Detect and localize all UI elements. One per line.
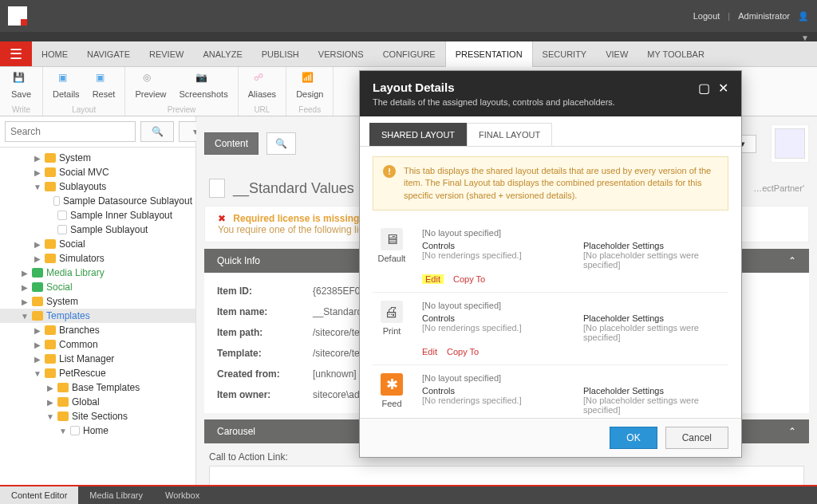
tree-item-list-manager[interactable]: ▶List Manager [0,352,195,366]
hamburger-menu[interactable]: ☰ [0,41,32,66]
info-banner: ! This tab displays the shared layout de… [373,156,728,211]
tab-view[interactable]: VIEW [596,41,637,67]
ribbon-group-layout: Layout [43,105,124,114]
banner-text: This tab displays the shared layout deta… [404,165,718,202]
screenshots-button[interactable]: 📷 Screenshots [176,70,231,100]
tree-item-social[interactable]: ▶Social [0,280,195,294]
tree-item-system[interactable]: ▶System [0,294,195,309]
user-icon[interactable]: 👤 [798,11,809,22]
screenshots-label: Screenshots [180,89,228,99]
warn-title: Required license is missing. [233,213,361,224]
preview-icon: ◎ [143,72,159,88]
sidebar: 🔍 ▾ ▶System▶Social MVC▼SublayoutsSample … [0,116,196,485]
tree-item-petrescue[interactable]: ▼PetRescue [0,366,195,380]
search-button[interactable]: 🔍 [140,121,174,142]
app-logo[interactable] [8,6,27,26]
tab-analyze[interactable]: ANALYZE [193,41,251,67]
tree-item-media-library[interactable]: ▶Media Library [0,266,195,280]
details-label: Details [53,89,80,99]
rss-icon: 📶 [302,72,318,88]
tab-home[interactable]: HOME [32,41,77,67]
tab-versions[interactable]: VERSIONS [309,41,373,67]
design-label: Design [296,89,323,99]
copyto-link[interactable]: Copy To [453,274,485,284]
tab-navigate[interactable]: NAVIGATE [77,41,140,67]
tab-configure[interactable]: CONFIGURE [373,41,445,67]
camera-icon: 📷 [195,72,211,88]
tree-item-simulators[interactable]: ▶Simulators [0,251,195,266]
tree-item-home[interactable]: ▼Home [0,423,195,438]
logout-link[interactable]: Logout [693,11,720,21]
ribbon-group-url: URL [239,105,286,114]
tree-item-templates[interactable]: ▼Templates [0,309,195,323]
tree-item-site-sections[interactable]: ▼Site Sections [0,409,195,423]
aliases-icon: ☍ [254,72,270,88]
reset-label: Reset [93,89,116,99]
dialog-title: Layout Details [373,81,615,94]
search-input[interactable] [5,121,136,142]
tree-item-global[interactable]: ▶Global [0,395,195,409]
tree-item-sample-inner-sublayout[interactable]: Sample Inner Sublayout [0,208,195,222]
save-icon: 💾 [13,72,29,88]
preview-button[interactable]: ◎ Preview [132,70,169,100]
carousel-label: Carousel [217,426,255,437]
search-tab[interactable]: 🔍 [266,132,296,155]
details-button[interactable]: ▣ Details [49,70,83,100]
submenu-bar: ▼ [0,32,817,41]
tab-publish[interactable]: PUBLISH [252,41,309,67]
topbar: Logout | Administrator 👤 [0,0,817,32]
preview-label: Preview [135,89,166,99]
ribbon-group-preview: Preview [125,105,237,114]
device-row-default: 🖥Default[No layout specified]Controls[No… [373,220,728,293]
copyto-link[interactable]: Copy To [447,347,479,356]
bottom-tabs: Content EditorMedia LibraryWorkbox [0,485,817,504]
tree-item-system[interactable]: ▶System [0,151,195,165]
bottom-tab-workbox[interactable]: Workbox [154,486,211,504]
error-icon: ✖ [218,213,226,224]
design-button[interactable]: 📶 Design [293,70,326,100]
bottom-tab-media-library[interactable]: Media Library [78,486,154,504]
reset-icon: ▣ [96,72,112,88]
separator: | [728,11,730,21]
close-icon[interactable]: ✕ [718,81,728,96]
dialog-tab-shared-layout[interactable]: SHARED LAYOUT [369,123,467,146]
tab-presentation[interactable]: PRESENTATION [445,41,533,67]
tree-item-social[interactable]: ▶Social [0,237,195,251]
ribbon-group-write: Write [0,105,42,114]
info-icon: ! [383,165,396,178]
tree-item-social-mvc[interactable]: ▶Social MVC [0,165,195,179]
dialog-subtitle: The details of the assigned layouts, con… [373,97,615,107]
tree-item-sample-sublayout[interactable]: Sample Sublayout [0,222,195,237]
ok-button[interactable]: OK [610,427,657,449]
save-button[interactable]: 💾 Save [8,70,34,100]
ribbon-group-feeds: Feeds [286,105,333,114]
tree-item-common[interactable]: ▶Common [0,337,195,352]
tab-security[interactable]: SECURITY [533,41,597,67]
tab-review[interactable]: REVIEW [140,41,193,67]
call-to-action-input[interactable] [209,466,804,485]
item-icon [209,179,225,198]
tree-item-base-templates[interactable]: ▶Base Templates [0,380,195,395]
bottom-tab-content-editor[interactable]: Content Editor [0,486,78,504]
reset-button[interactable]: ▣ Reset [89,70,119,100]
edit-link[interactable]: Edit [422,347,437,356]
tree-item-sublayouts[interactable]: ▼Sublayouts [0,179,195,194]
avatar [775,128,805,159]
content-tab[interactable]: Content [204,132,259,155]
chevron-up-icon: ⌃ [788,426,796,437]
tree-item-sample-datasource-sublayout[interactable]: Sample Datasource Sublayout [0,194,195,208]
cancel-button[interactable]: Cancel [665,427,728,449]
quickinfo-label: Quick Info [217,255,260,266]
details-icon: ▣ [58,72,74,88]
dialog-tab-final-layout[interactable]: FINAL LAYOUT [467,123,552,146]
tab-my-toolbar[interactable]: MY TOOLBAR [637,41,714,67]
main-nav: ☰ HOMENAVIGATEREVIEWANALYZEPUBLISHVERSIO… [0,41,817,67]
maximize-icon[interactable]: ▢ [698,81,710,96]
save-label: Save [11,89,31,99]
aliases-button[interactable]: ☍ Aliases [245,70,279,100]
aliases-label: Aliases [248,89,276,99]
edit-link[interactable]: Edit [422,274,444,284]
tree-item-branches[interactable]: ▶Branches [0,323,195,337]
admin-link[interactable]: Administrator [738,11,790,21]
chevron-down-icon[interactable]: ▼ [801,33,809,42]
